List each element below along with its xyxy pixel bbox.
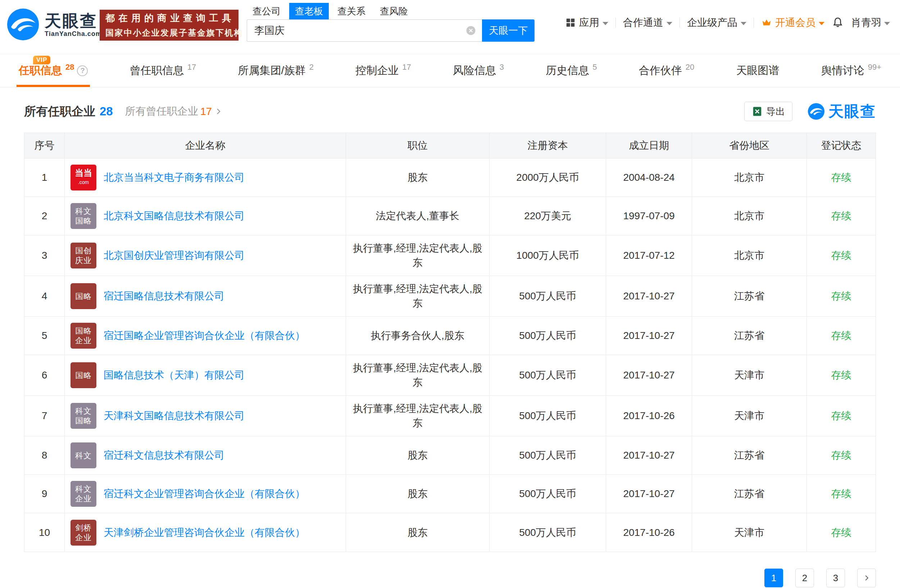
search-tab-company[interactable]: 查公司: [247, 3, 286, 20]
table-row: 1 当当 .com 北京当当科文电子商务有限公司 股东 2000万人民币 200…: [25, 158, 875, 197]
tab-employment-info[interactable]: VIP 任职信息 28 ?: [17, 54, 90, 87]
company-logo-line: 企业: [75, 533, 92, 542]
page: 天眼查 TianYanCha.com 都在用的商业查询工具 国家中小企业发展子基…: [0, 0, 900, 588]
cell-status: 存续: [807, 235, 875, 275]
company-logo-line: 国略: [75, 371, 92, 380]
cell-company: 科文 宿迁科文信息技术有限公司: [65, 436, 346, 474]
company-logo-line: 企业: [75, 494, 92, 503]
brand-domain: TianYanCha.com: [45, 30, 102, 38]
cell-date: 2017-10-26: [606, 513, 692, 552]
help-icon[interactable]: ?: [77, 65, 88, 76]
export-button[interactable]: 导出: [744, 102, 793, 121]
table-row: 10 剑桥 企业 天津剑桥企业管理咨询合伙企业（有限合伙） 股东 500万人民币…: [25, 513, 875, 552]
notifications-button[interactable]: [832, 17, 844, 29]
company-link[interactable]: 宿迁科文信息技术有限公司: [104, 448, 225, 463]
company-link[interactable]: 天津科文国略信息技术有限公司: [104, 409, 245, 423]
page-button-2[interactable]: 2: [795, 569, 814, 587]
tab-count: 2: [309, 62, 313, 72]
brand-wordmark: 天眼查 TianYanCha.com: [45, 11, 102, 38]
company-link[interactable]: 国略信息技术（天津）有限公司: [104, 368, 245, 382]
chevron-down-icon: [667, 22, 672, 25]
cell-position: 股东: [346, 513, 490, 552]
company-link[interactable]: 北京当当科文电子商务有限公司: [104, 170, 245, 185]
nav-open-vip[interactable]: 开通会员: [761, 16, 824, 29]
company-logo: 科文: [70, 443, 96, 468]
company-logo: 科文 国略: [70, 403, 96, 429]
cell-capital: 220万美元: [490, 197, 606, 235]
nav-partner-channel[interactable]: 合作通道: [623, 16, 672, 29]
tab-risk-info[interactable]: 风险信息 3: [451, 54, 506, 87]
tab-group-cluster[interactable]: 所属集团/族群 2: [236, 54, 316, 87]
search-tab-relation[interactable]: 查关系: [332, 3, 371, 20]
page-button-3[interactable]: 3: [826, 569, 845, 587]
brand-logo[interactable]: 天眼查 TianYanCha.com: [6, 8, 102, 41]
company-logo-line: 庆业: [75, 255, 92, 265]
tab-history-info[interactable]: 历史信息 5: [543, 54, 599, 87]
tab-partners[interactable]: 合作伙伴 20: [637, 54, 697, 87]
clear-input-icon[interactable]: [466, 25, 476, 36]
chevron-down-icon: [741, 22, 746, 25]
company-link[interactable]: 宿迁国略企业管理咨询合伙企业（有限合伙）: [104, 328, 305, 343]
cell-status: 存续: [807, 436, 875, 474]
search-input[interactable]: [247, 19, 482, 42]
company-link[interactable]: 宿迁国略信息技术有限公司: [104, 289, 225, 303]
cell-region: 天津市: [692, 396, 807, 436]
crown-icon: [761, 17, 772, 28]
cell-index: 1: [25, 158, 65, 197]
chevron-down-icon: [602, 22, 608, 25]
table-row: 6 国略 国略信息技术（天津）有限公司 执行董事,经理,法定代表人,股东 500…: [25, 355, 875, 396]
cell-capital: 500万人民币: [490, 396, 606, 436]
cell-status: 存续: [807, 317, 875, 355]
cell-position: 法定代表人,董事长: [346, 197, 490, 235]
page-button-1[interactable]: 1: [764, 569, 783, 587]
company-logo-line: .com: [78, 178, 89, 187]
company-link[interactable]: 北京国创庆业管理咨询有限公司: [104, 248, 245, 263]
cell-region: 北京市: [692, 197, 807, 235]
company-logo: 科文 国略: [70, 203, 96, 229]
cell-capital: 500万人民币: [490, 355, 606, 395]
cell-date: 2004-08-24: [606, 158, 692, 197]
tab-label: 历史信息: [546, 63, 589, 78]
divider: [754, 18, 754, 28]
header-index: 序号: [25, 133, 65, 158]
tab-label: 所属集团/族群: [238, 63, 306, 78]
past-employment-link[interactable]: 所有曾任职企业 17: [125, 104, 223, 119]
table-row: 5 国略 企业 宿迁国略企业管理咨询合伙企业（有限合伙） 执行事务合伙人,股东 …: [25, 317, 875, 355]
cell-company: 国略 企业 宿迁国略企业管理咨询合伙企业（有限合伙）: [65, 317, 346, 355]
promo-banner: 都在用的商业查询工具 国家中小企业发展子基金旗下机构: [99, 10, 239, 40]
company-logo: 当当 .com: [70, 165, 96, 190]
next-page-button[interactable]: [857, 569, 876, 587]
nav-enterprise-label: 企业级产品: [687, 16, 737, 29]
chevron-right-icon: [214, 107, 223, 116]
tab-past-employment[interactable]: 曾任职信息 17: [128, 54, 198, 87]
tab-controlled-companies[interactable]: 控制企业 17: [353, 54, 413, 87]
section-title: 所有任职企业: [24, 104, 95, 120]
chevron-down-icon: [884, 22, 890, 25]
company-link[interactable]: 天津剑桥企业管理咨询合伙企业（有限合伙）: [104, 526, 305, 540]
cell-region: 江苏省: [692, 436, 807, 474]
header-position: 职位: [346, 133, 490, 158]
company-link[interactable]: 北京科文国略信息技术有限公司: [104, 209, 245, 223]
cell-company: 国创 庆业 北京国创庆业管理咨询有限公司: [65, 235, 346, 275]
search-submit-button[interactable]: 天眼一下: [482, 19, 535, 42]
company-link[interactable]: 宿迁科文企业管理咨询合伙企业（有限合伙）: [104, 487, 305, 501]
search-tab-boss[interactable]: 查老板: [289, 3, 329, 19]
company-logo-line: 科文: [75, 484, 92, 494]
nav-apps-label: 应用: [579, 16, 599, 29]
nav-enterprise-products[interactable]: 企业级产品: [687, 16, 746, 29]
cell-capital: 2000万人民币: [490, 158, 606, 197]
cell-capital: 1000万人民币: [490, 235, 606, 275]
section-title-count: 28: [99, 105, 113, 118]
tab-graph[interactable]: 天眼图谱: [734, 54, 781, 87]
tab-label: 控制企业: [355, 63, 399, 78]
cell-date: 2017-10-27: [606, 475, 692, 513]
brand-name: 天眼查: [45, 11, 102, 30]
search-tab-risk[interactable]: 查风险: [374, 3, 414, 20]
tab-public-opinion[interactable]: 舆情讨论 99+: [819, 54, 883, 87]
tab-count: 5: [593, 62, 597, 72]
bell-icon: [832, 17, 844, 29]
promo-line-1: 都在用的商业查询工具: [106, 12, 233, 25]
nav-apps[interactable]: 应用: [565, 16, 608, 29]
cell-index: 8: [25, 436, 65, 474]
user-menu[interactable]: 肖青羽: [851, 16, 890, 29]
